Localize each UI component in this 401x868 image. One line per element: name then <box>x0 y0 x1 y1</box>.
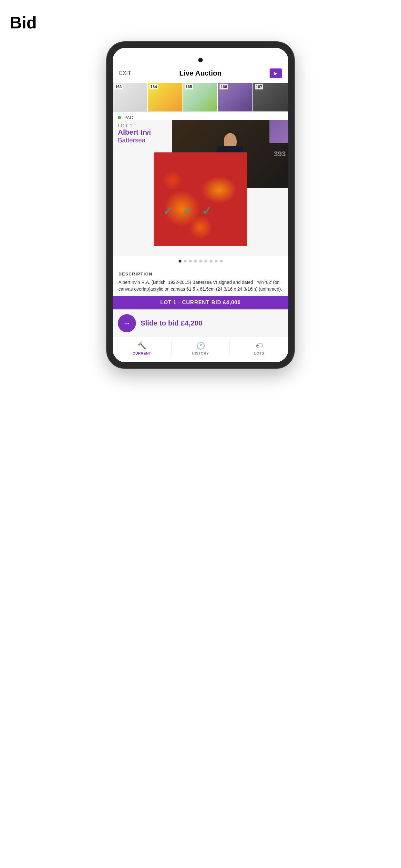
description-section: DESCRIPTION Albert Irvin R.A. (British, … <box>113 267 288 296</box>
dot-3[interactable] <box>189 259 192 262</box>
phone-wrapper: EXIT Live Auction 163 164 165 166 <box>6 42 395 368</box>
status-bar <box>113 48 288 64</box>
image-dot-indicators <box>113 256 288 267</box>
app-header: EXIT Live Auction <box>113 64 288 83</box>
phone-frame: EXIT Live Auction 163 164 165 166 <box>107 42 294 368</box>
nav-label-lots: LOTS <box>254 351 264 355</box>
live-indicator-dot <box>118 116 121 119</box>
dot-1[interactable] <box>179 259 181 262</box>
slide-to-bid-area[interactable]: Slide to bid £4,200 <box>113 309 288 337</box>
paddles-label: PAD <box>124 115 133 120</box>
main-artwork-painting[interactable] <box>154 152 247 246</box>
dot-4[interactable] <box>194 259 197 262</box>
lot-number-166: 166 <box>220 84 228 89</box>
video-camera-icon[interactable] <box>270 68 282 78</box>
nav-label-current: CURRENT <box>133 351 151 355</box>
lot-thumbnail-strip: 163 164 165 166 167 <box>113 83 288 112</box>
nav-item-history[interactable]: HISTORY <box>172 340 230 357</box>
dot-8[interactable] <box>215 259 218 262</box>
lot-thumb-163[interactable]: 163 <box>113 83 148 112</box>
description-label: DESCRIPTION <box>119 272 282 276</box>
bottom-navigation: CURRENT HISTORY LOTS <box>113 337 288 362</box>
dot-6[interactable] <box>204 259 207 262</box>
lot-title-area: LOT 1 Albert Irvi Battersea <box>118 120 151 144</box>
small-thumbnail-right <box>269 120 288 143</box>
artwork-display-area: LOT 1 Albert Irvi Battersea 393 Bonhams … <box>113 120 288 256</box>
page-title: Bid <box>6 13 395 32</box>
exit-button[interactable]: EXIT <box>119 70 131 76</box>
lot-thumb-165[interactable]: 165 <box>183 83 218 112</box>
nav-item-lots[interactable]: LOTS <box>230 340 288 357</box>
current-bid-text: LOT 1 - CURRENT BID £4,000 <box>160 300 241 305</box>
lot-thumb-166[interactable]: 166 <box>218 83 253 112</box>
lot-artwork-name: Battersea <box>118 136 151 144</box>
tag-icon <box>256 342 263 350</box>
lot-number-165: 165 <box>185 84 193 89</box>
lot-thumb-164[interactable]: 164 <box>148 83 183 112</box>
lot-number-164: 164 <box>150 84 158 89</box>
lot-artist-name: Albert Irvi <box>118 128 151 136</box>
auction-title: Live Auction <box>179 69 221 78</box>
lot-number-label: LOT 1 <box>118 123 151 128</box>
lot-thumb-167[interactable]: 167 <box>253 83 288 112</box>
dot-7[interactable] <box>210 259 212 262</box>
description-text: Albert Irvin R.A. (British, 1922-2015) B… <box>119 279 282 292</box>
phone-screen: EXIT Live Auction 163 164 165 166 <box>113 48 288 362</box>
bid-number-display: 393 <box>274 150 286 158</box>
slide-bid-label: Slide to bid £4,200 <box>141 319 203 328</box>
current-bid-bar: LOT 1 - CURRENT BID £4,000 <box>113 296 288 309</box>
painting-canvas <box>154 152 247 246</box>
bid-arrow-button[interactable] <box>118 314 136 332</box>
lot-number-163: 163 <box>114 84 123 89</box>
front-camera <box>198 58 203 62</box>
history-icon <box>196 342 205 350</box>
nav-label-history: HISTORY <box>192 351 209 355</box>
lot-number-167: 167 <box>255 84 263 89</box>
dot-2[interactable] <box>184 259 187 262</box>
nav-item-current[interactable]: CURRENT <box>113 340 172 357</box>
live-info-bar: PAD <box>113 112 288 120</box>
gavel-icon <box>137 342 146 350</box>
dot-5[interactable] <box>199 259 202 262</box>
dot-9[interactable] <box>220 259 223 262</box>
